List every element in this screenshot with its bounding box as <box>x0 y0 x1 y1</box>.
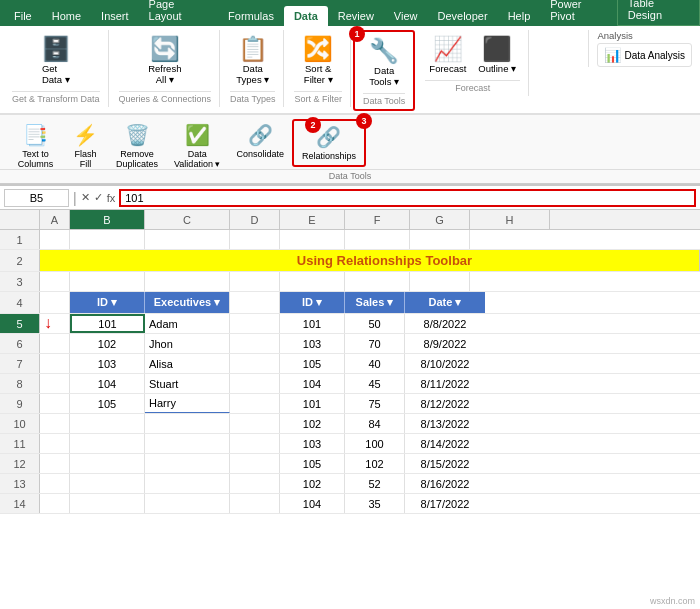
cell-h13[interactable]: 8/16/2022 <box>405 474 485 493</box>
cell-a7[interactable] <box>40 354 70 373</box>
cell-f13[interactable]: 102 <box>280 474 345 493</box>
cell-a1[interactable] <box>40 230 70 249</box>
name-box[interactable] <box>4 189 69 207</box>
cell-c10[interactable] <box>145 414 230 433</box>
cell-c8[interactable]: Stuart <box>145 374 230 393</box>
cell-d11[interactable] <box>230 434 280 453</box>
cell-a11[interactable] <box>40 434 70 453</box>
cell-b12[interactable] <box>70 454 145 473</box>
cell-g13[interactable]: 52 <box>345 474 405 493</box>
refresh-all-button[interactable]: 🔄 RefreshAll ▾ <box>144 33 185 87</box>
cell-c6[interactable]: Jhon <box>145 334 230 353</box>
cell-a12[interactable] <box>40 454 70 473</box>
datatools-button[interactable]: 🔧 DataTools ▾ <box>365 35 403 89</box>
datatypes-button[interactable]: 📋 DataTypes ▾ <box>232 33 273 87</box>
cell-g14[interactable]: 35 <box>345 494 405 513</box>
cell-f1[interactable] <box>345 230 410 249</box>
tab-help[interactable]: Help <box>498 6 541 26</box>
cell-d13[interactable] <box>230 474 280 493</box>
cell-h12[interactable]: 8/15/2022 <box>405 454 485 473</box>
cell-a6[interactable] <box>40 334 70 353</box>
cell-d1[interactable] <box>230 230 280 249</box>
cell-a14[interactable] <box>40 494 70 513</box>
tab-file[interactable]: File <box>4 6 42 26</box>
header-date[interactable]: Date ▾ <box>405 292 485 313</box>
cell-d14[interactable] <box>230 494 280 513</box>
cancel-icon[interactable]: ✕ <box>81 191 90 204</box>
tab-pagelayout[interactable]: Page Layout <box>139 0 218 26</box>
cell-h3[interactable] <box>470 272 550 291</box>
cell-a13[interactable] <box>40 474 70 493</box>
cell-c1[interactable] <box>145 230 230 249</box>
cell-h1[interactable] <box>470 230 550 249</box>
get-data-button[interactable]: 🗄️ GetData ▾ <box>37 33 75 87</box>
cell-f3[interactable] <box>345 272 410 291</box>
cell-f8[interactable]: 104 <box>280 374 345 393</box>
cell-d3[interactable] <box>230 272 280 291</box>
cell-f9[interactable]: 101 <box>280 394 345 413</box>
cell-c12[interactable] <box>145 454 230 473</box>
data-analysis-button[interactable]: 📊 Data Analysis <box>597 43 692 67</box>
relationships-button[interactable]: 3 🔗 Relationships <box>292 119 366 167</box>
cell-f11[interactable]: 103 <box>280 434 345 453</box>
outline-button[interactable]: ⬛ Outline ▾ <box>474 33 520 76</box>
cell-g7[interactable]: 40 <box>345 354 405 373</box>
cell-h9[interactable]: 8/12/2022 <box>405 394 485 413</box>
cell-d8[interactable] <box>230 374 280 393</box>
tab-home[interactable]: Home <box>42 6 91 26</box>
cell-a2[interactable] <box>40 250 70 271</box>
cell-h14[interactable]: 8/17/2022 <box>405 494 485 513</box>
cell-f7[interactable]: 105 <box>280 354 345 373</box>
cell-g12[interactable]: 102 <box>345 454 405 473</box>
tab-developer[interactable]: Developer <box>428 6 498 26</box>
cell-e1[interactable] <box>280 230 345 249</box>
cell-g10[interactable]: 84 <box>345 414 405 433</box>
forecast-button[interactable]: 📈 Forecast <box>425 33 470 76</box>
cell-c5[interactable]: Adam <box>145 314 230 333</box>
cell-f5[interactable]: 101 <box>280 314 345 333</box>
header-executives[interactable]: Executives ▾ <box>145 292 230 313</box>
cell-c13[interactable] <box>145 474 230 493</box>
cell-d4[interactable] <box>230 292 280 313</box>
cell-b13[interactable] <box>70 474 145 493</box>
flash-fill-button[interactable]: ⚡ FlashFill <box>63 119 108 173</box>
cell-d5[interactable] <box>230 314 280 333</box>
cell-b1[interactable] <box>70 230 145 249</box>
cell-g8[interactable]: 45 <box>345 374 405 393</box>
cell-a10[interactable] <box>40 414 70 433</box>
tab-view[interactable]: View <box>384 6 428 26</box>
tab-insert[interactable]: Insert <box>91 6 139 26</box>
tab-powerpivot[interactable]: Power Pivot <box>540 0 617 26</box>
tab-tabledesign[interactable]: Table Design <box>617 0 700 26</box>
cell-b3[interactable] <box>70 272 145 291</box>
sortfilter-button[interactable]: 🔀 Sort &Filter ▾ <box>299 33 337 87</box>
cell-b7[interactable]: 103 <box>70 354 145 373</box>
cell-c11[interactable] <box>145 434 230 453</box>
cell-f14[interactable]: 104 <box>280 494 345 513</box>
cell-d7[interactable] <box>230 354 280 373</box>
cell-g6[interactable]: 70 <box>345 334 405 353</box>
cell-d12[interactable] <box>230 454 280 473</box>
formula-input[interactable] <box>119 189 696 207</box>
cell-a9[interactable] <box>40 394 70 413</box>
remove-duplicates-button[interactable]: 🗑️ RemoveDuplicates <box>108 119 166 173</box>
confirm-icon[interactable]: ✓ <box>94 191 103 204</box>
cell-c14[interactable] <box>145 494 230 513</box>
cell-f6[interactable]: 103 <box>280 334 345 353</box>
cell-d10[interactable] <box>230 414 280 433</box>
cell-c3[interactable] <box>145 272 230 291</box>
header-id-right[interactable]: ID ▾ <box>280 292 345 313</box>
cell-a8[interactable] <box>40 374 70 393</box>
header-id-left[interactable]: ID ▾ <box>70 292 145 313</box>
cell-b9[interactable]: 105 <box>70 394 145 413</box>
cell-h7[interactable]: 8/10/2022 <box>405 354 485 373</box>
cell-g11[interactable]: 100 <box>345 434 405 453</box>
header-sales[interactable]: Sales ▾ <box>345 292 405 313</box>
cell-b14[interactable] <box>70 494 145 513</box>
function-icon[interactable]: fx <box>107 192 116 204</box>
cell-c7[interactable]: Alisa <box>145 354 230 373</box>
cell-d9[interactable] <box>230 394 280 413</box>
tab-review[interactable]: Review <box>328 6 384 26</box>
cell-b5[interactable]: 101 <box>70 314 145 333</box>
cell-a3[interactable] <box>40 272 70 291</box>
